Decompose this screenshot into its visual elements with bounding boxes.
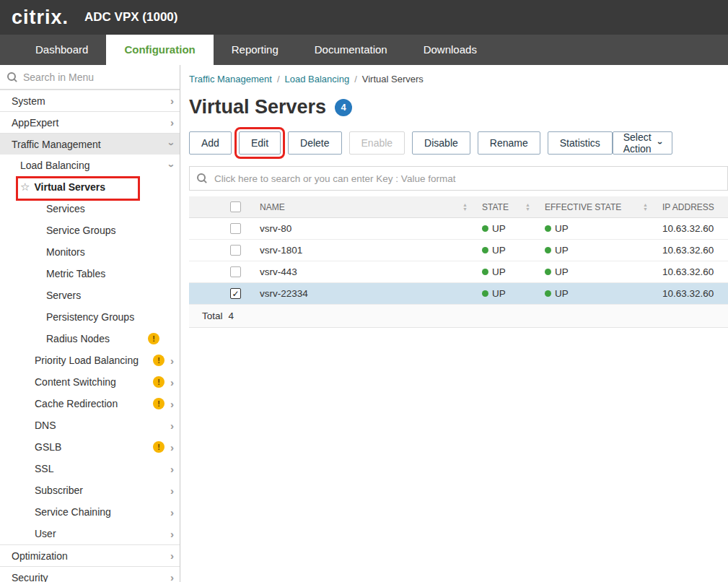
tab-configuration[interactable]: Configuration <box>106 35 213 65</box>
warning-icon: ! <box>153 355 165 366</box>
sidebar-item-label: Subscriber <box>35 485 83 496</box>
sidebar-item-system[interactable]: System› <box>0 90 180 111</box>
tab-downloads[interactable]: Downloads <box>405 35 495 65</box>
sidebar-item-content-switching[interactable]: Content Switching!› <box>0 371 180 393</box>
effective-state-label: UP <box>555 223 569 234</box>
sidebar-item-label: Virtual Servers <box>34 181 105 193</box>
cell-effective-state: UP <box>539 288 657 299</box>
table-row[interactable]: vsrv-443UPUP10.63.32.60 <box>189 261 728 283</box>
chevron-right-icon: › <box>170 117 174 128</box>
column-header-label: IP ADDRESS <box>662 202 714 212</box>
sidebar-item-label: Security <box>12 572 48 582</box>
sidebar-search-input[interactable] <box>23 71 172 83</box>
cell-name: vsrv-80 <box>254 223 476 234</box>
rename-button[interactable]: Rename <box>478 131 540 155</box>
column-header-state[interactable]: STATE▲▼ <box>476 202 539 212</box>
status-up-dot <box>482 290 488 297</box>
sidebar-item-gslb[interactable]: GSLB!› <box>0 436 180 458</box>
breadcrumb-link[interactable]: Traffic Management <box>189 74 272 84</box>
cell-state: UP <box>476 245 539 256</box>
state-label: UP <box>492 266 506 277</box>
sidebar-item-virtual-servers[interactable]: ☆Virtual Servers <box>0 176 180 198</box>
warning-icon: ! <box>153 376 165 388</box>
warning-icon: ! <box>148 333 159 344</box>
effective-state-label: UP <box>555 245 569 256</box>
sidebar-item-dns[interactable]: DNS› <box>0 414 180 436</box>
disable-button[interactable]: Disable <box>412 131 470 155</box>
delete-button[interactable]: Delete <box>288 131 341 155</box>
select-action-label: Select Action <box>623 131 652 155</box>
table-header: NAME▲▼STATE▲▼EFFECTIVE STATE▲▼IP ADDRESS <box>189 196 728 218</box>
effective-state-label: UP <box>555 288 569 299</box>
sidebar-item-service-chaining[interactable]: Service Chaining› <box>0 501 180 523</box>
edit-button[interactable]: Edit <box>239 131 281 155</box>
column-header-label: EFFECTIVE STATE <box>545 202 621 212</box>
total-label: Total <box>202 310 223 321</box>
page-title-row: Virtual Servers 4 <box>189 96 728 118</box>
sidebar-item-label: Monitors <box>46 246 85 258</box>
sidebar-item-security[interactable]: Security› <box>0 566 180 582</box>
cell-state: UP <box>476 288 539 299</box>
status-up-dot <box>545 290 551 297</box>
sidebar-item-subscriber[interactable]: Subscriber› <box>0 479 180 501</box>
sidebar-item-load-balancing[interactable]: Load Balancing› <box>0 155 180 176</box>
sidebar-item-monitors[interactable]: Monitors <box>0 241 180 263</box>
table-row[interactable]: vsrv-80UPUP10.63.32.60 <box>189 218 728 240</box>
row-checkbox[interactable] <box>230 245 241 256</box>
row-checkbox[interactable] <box>230 223 241 234</box>
table-search-input[interactable] <box>214 173 720 184</box>
statistics-button[interactable]: Statistics <box>548 131 613 155</box>
sidebar-item-servers[interactable]: Servers <box>0 285 180 306</box>
row-checkbox[interactable]: ✓ <box>230 288 241 299</box>
row-checkbox[interactable] <box>230 266 241 277</box>
breadcrumb-separator: / <box>354 74 357 84</box>
column-header-label: NAME <box>260 202 285 212</box>
chevron-right-icon: › <box>170 442 174 453</box>
warning-icon: ! <box>153 441 165 453</box>
sidebar-item-optimization[interactable]: Optimization› <box>0 544 180 566</box>
state-label: UP <box>492 223 506 234</box>
sort-icon: ▲▼ <box>643 203 648 212</box>
sidebar-item-user[interactable]: User› <box>0 523 180 544</box>
sidebar-item-priority-load-balancing[interactable]: Priority Load Balancing!› <box>0 349 180 371</box>
tab-documentation[interactable]: Documentation <box>297 35 405 65</box>
sidebar-item-label: Service Groups <box>46 225 115 236</box>
column-header-effective-state[interactable]: EFFECTIVE STATE▲▼ <box>539 202 657 212</box>
column-header-ip-address[interactable]: IP ADDRESS <box>657 202 728 212</box>
sidebar-item-appexpert[interactable]: AppExpert› <box>0 111 180 133</box>
sidebar-item-persistency-groups[interactable]: Persistency Groups <box>0 306 180 328</box>
sidebar-item-label: Optimization <box>12 550 68 562</box>
sidebar-item-metric-tables[interactable]: Metric Tables <box>0 263 180 285</box>
count-badge: 4 <box>335 99 352 116</box>
column-header-name[interactable]: NAME▲▼ <box>254 202 476 212</box>
breadcrumb: Traffic Management/Load Balancing/Virtua… <box>189 74 728 84</box>
sidebar-item-service-groups[interactable]: Service Groups <box>0 220 180 241</box>
table-body: vsrv-80UPUP10.63.32.60vsrv-1801UPUP10.63… <box>189 218 728 305</box>
chevron-right-icon: › <box>170 420 174 431</box>
tab-reporting[interactable]: Reporting <box>214 35 297 65</box>
select-action-dropdown[interactable]: Select Action › <box>613 131 672 155</box>
chevron-down-icon: › <box>656 142 665 144</box>
sidebar-item-label: Radius Nodes <box>46 333 110 344</box>
tab-dashboard[interactable]: Dashboard <box>17 35 106 65</box>
total-value: 4 <box>229 310 234 321</box>
table-search-bar[interactable] <box>189 166 728 191</box>
column-header-label: STATE <box>482 202 509 212</box>
sidebar-item-label: AppExpert <box>12 117 58 129</box>
enable-button[interactable]: Enable <box>349 131 405 155</box>
table-row[interactable]: ✓vsrv-22334UPUP10.63.32.60 <box>189 283 728 305</box>
sidebar-item-radius-nodes[interactable]: Radius Nodes! <box>0 328 180 349</box>
sidebar-item-services[interactable]: Services <box>0 198 180 220</box>
app-window: citrix. ADC VPX (1000) DashboardConfigur… <box>0 0 728 582</box>
status-up-dot <box>545 269 551 275</box>
sidebar-item-ssl[interactable]: SSL› <box>0 458 180 479</box>
sidebar-item-traffic-management[interactable]: Traffic Management› <box>0 133 180 155</box>
main-content: Traffic Management/Load Balancing/Virtua… <box>180 65 728 582</box>
status-up-dot <box>482 247 488 253</box>
select-all-checkbox[interactable] <box>230 201 241 212</box>
add-button[interactable]: Add <box>189 131 232 155</box>
table-row[interactable]: vsrv-1801UPUP10.63.32.60 <box>189 240 728 261</box>
sidebar-item-cache-redirection[interactable]: Cache Redirection!› <box>0 393 180 414</box>
breadcrumb-link[interactable]: Load Balancing <box>285 74 350 84</box>
sidebar-item-label: Cache Redirection <box>35 398 118 409</box>
